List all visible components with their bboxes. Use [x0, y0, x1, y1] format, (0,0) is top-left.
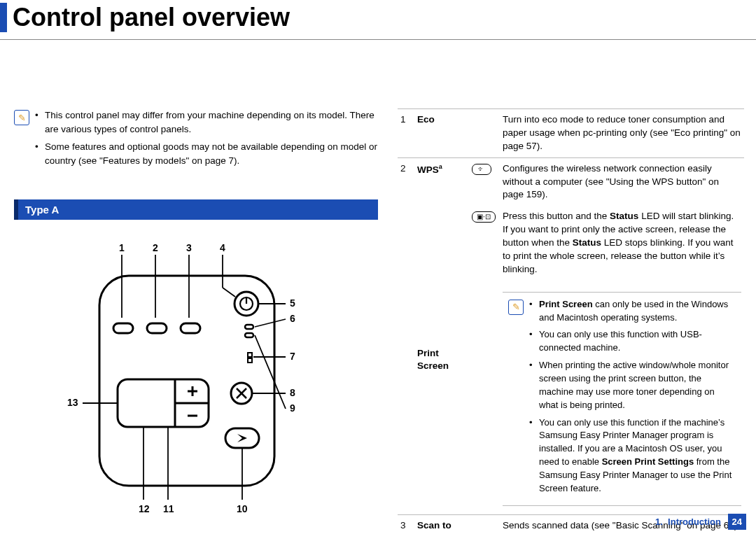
svg-line-31 [255, 335, 286, 409]
table-row: Print Screen ▣·⊡ Press this button and t… [398, 206, 744, 280]
title-bar: Control panel overview [0, 0, 756, 45]
row-num: 2 [398, 157, 414, 514]
row-icon: ᯤ [469, 157, 500, 206]
ps-note-item: When printing the active window/whole mo… [529, 359, 736, 412]
intro-note: ✎ This control panel may differ from you… [14, 108, 378, 171]
pencil-icon: ✎ [18, 113, 26, 123]
note-icon: ✎ [508, 300, 524, 315]
callout-3: 3 [186, 242, 192, 253]
callout-8: 8 [290, 387, 295, 398]
callout-4: 4 [220, 242, 225, 253]
row-num: 1 [398, 109, 414, 158]
footer-label: Introduction [668, 517, 721, 527]
intro-note-item: Some features and optional goods may not… [35, 140, 378, 167]
page-footer: 1. Introduction 24 [655, 514, 746, 530]
table-row: 2 WPSa ᯤ Configures the wireless network… [398, 157, 744, 206]
svg-rect-12 [245, 325, 253, 329]
title-accent [0, 3, 7, 32]
intro-note-item: This control panel may differ from your … [35, 108, 378, 136]
control-panel-diagram: 1 2 3 4 [14, 241, 378, 521]
ps-note-item: You can only use this function if the ma… [529, 416, 736, 496]
svg-rect-4 [99, 276, 274, 486]
row-icon [469, 514, 500, 534]
svg-rect-10 [147, 323, 167, 333]
feature-table: 1 Eco Turn into eco mode to reduce toner… [398, 108, 744, 534]
svg-rect-9 [113, 323, 133, 333]
footer-chapter: 1. [655, 517, 663, 527]
svg-marker-26 [237, 434, 247, 442]
row-desc: Press this button and the Status LED wil… [500, 206, 744, 280]
row-name: Eco [414, 109, 469, 158]
svg-rect-15 [248, 358, 252, 363]
row-icon [469, 109, 500, 158]
page-title: Control panel overview [0, 0, 756, 32]
table-row: 1 Eco Turn into eco mode to reduce toner… [398, 109, 744, 158]
row-name: Scan to [414, 514, 469, 534]
svg-rect-13 [245, 333, 253, 337]
row-num: 3 [398, 514, 414, 534]
callout-10: 10 [237, 503, 248, 514]
note-icon: ✎ [14, 110, 29, 125]
callout-13: 13 [67, 397, 78, 408]
print-screen-notes: ✎ Print Screen can only be used in the W… [500, 281, 744, 514]
svg-line-8 [223, 288, 235, 297]
callout-7: 7 [290, 351, 295, 362]
intro-note-list: This control panel may differ from your … [35, 108, 378, 171]
callout-5: 5 [290, 297, 295, 309]
ps-note-item: You can only use this function with USB-… [529, 328, 736, 355]
printscreen-icon: ▣·⊡ [472, 211, 496, 223]
row-desc: Turn into eco mode to reduce toner consu… [500, 109, 744, 158]
svg-rect-11 [181, 323, 200, 333]
row-icon: ▣·⊡ [469, 206, 500, 280]
callout-9: 9 [290, 402, 295, 414]
footer-page: 24 [728, 514, 746, 530]
callout-1: 1 [119, 242, 125, 253]
section-heading-type-a: Type A [14, 199, 378, 220]
title-underline [0, 39, 756, 40]
row-name: Print Screen [414, 206, 469, 514]
callout-6: 6 [290, 313, 295, 324]
svg-line-28 [255, 319, 286, 327]
row-name: WPSa [414, 157, 469, 206]
row-desc: Configures the wireless network connecti… [500, 157, 744, 206]
pencil-icon: ✎ [512, 301, 520, 314]
callout-12: 12 [139, 503, 150, 514]
callout-2: 2 [153, 242, 158, 253]
row-desc-text: Press this button and the Status LED wil… [503, 211, 734, 274]
wps-icon: ᯤ [472, 164, 491, 175]
svg-rect-14 [248, 353, 252, 357]
ps-note-item: Print Screen can only be used in the Win… [529, 298, 736, 325]
callout-11: 11 [163, 503, 174, 514]
